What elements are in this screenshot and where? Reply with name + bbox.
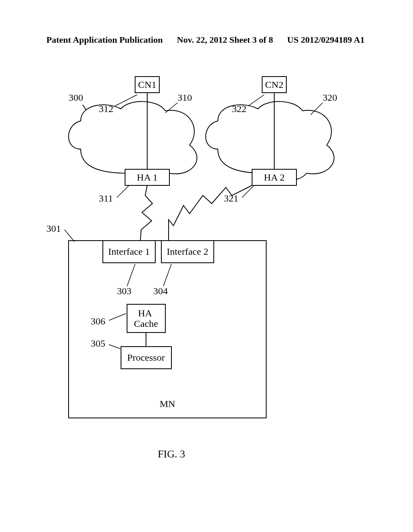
ref-322: 322	[232, 104, 246, 114]
ref-320: 320	[323, 92, 337, 103]
ref-300: 300	[69, 92, 83, 103]
ha1-label: HA 1	[137, 172, 157, 183]
page: Patent Application Publication Nov. 22, …	[0, 0, 413, 532]
leader-311	[117, 185, 129, 197]
cn1-label: CN1	[138, 79, 156, 90]
ref-304: 304	[153, 286, 168, 296]
leader-322	[248, 95, 264, 106]
diagram: 300 310 CN1 312 HA 1 311 320 CN2	[0, 52, 413, 496]
if2-label: Interface 2	[167, 246, 208, 257]
ref-301: 301	[46, 223, 61, 234]
leader-301	[65, 230, 75, 242]
header-left: Patent Application Publication	[46, 35, 163, 45]
ref-310: 310	[177, 92, 192, 103]
page-header: Patent Application Publication Nov. 22, …	[0, 35, 413, 45]
cn2-label: CN2	[265, 79, 283, 90]
ref-303: 303	[117, 286, 131, 296]
ha2-label: HA 2	[264, 172, 284, 183]
mn-box	[69, 241, 266, 418]
ref-305: 305	[91, 338, 105, 349]
processor-label: Processor	[127, 352, 165, 363]
ref-306: 306	[91, 316, 105, 326]
header-center: Nov. 22, 2012 Sheet 3 of 8	[177, 35, 273, 45]
zigzag-ha2-if2	[169, 185, 252, 241]
zigzag-ha1-if1	[140, 185, 152, 241]
ref-312: 312	[99, 104, 113, 114]
figure-caption: FIG. 3	[158, 448, 185, 460]
if1-label: Interface 1	[108, 246, 150, 257]
header-right: US 2012/0294189 A1	[287, 35, 365, 45]
mn-label: MN	[160, 399, 175, 409]
ref-311: 311	[99, 193, 113, 204]
